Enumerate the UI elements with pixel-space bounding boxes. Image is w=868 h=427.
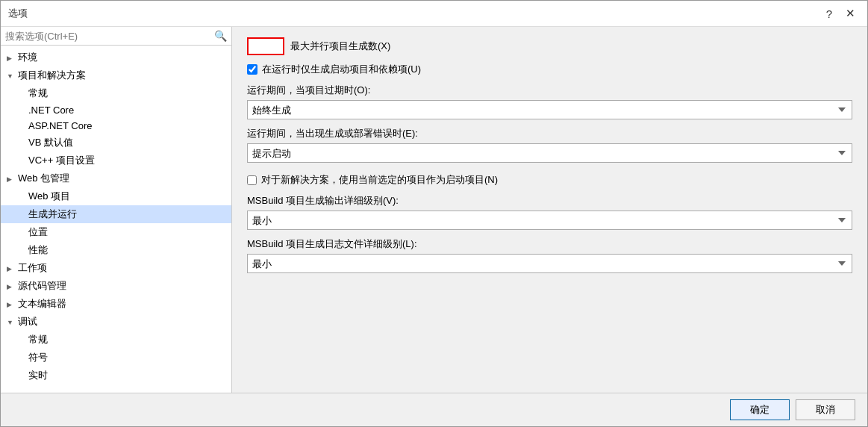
msbuild-verbosity-group: MSBuild 项目生成输出详细级别(V): 最小 正常 详细 诊断 bbox=[247, 194, 852, 230]
tree-item-label-vb: VB 默认值 bbox=[28, 137, 73, 148]
tree-item-env[interactable]: ▶环境 bbox=[1, 49, 231, 66]
tree-item-label-debug-symbol: 符号 bbox=[28, 352, 48, 363]
tree-item-webproj[interactable]: Web 项目 bbox=[1, 187, 231, 205]
left-panel: 🔍 ▶环境▼项目和解决方案常规.NET CoreASP.NET CoreVB 默… bbox=[1, 27, 232, 393]
only-startup-label: 在运行时仅生成启动项目和依赖项(U) bbox=[262, 63, 421, 76]
tree-item-srcctrl[interactable]: ▶源代码管理 bbox=[1, 277, 231, 295]
tree-item-label-perf: 性能 bbox=[28, 244, 48, 255]
tree-item-aspnetcore[interactable]: ASP.NET Core bbox=[1, 118, 231, 134]
tree-item-texteditor[interactable]: ▶文本编辑器 bbox=[1, 295, 231, 313]
on-run-error-label: 运行期间，当出现生成或部署错误时(E): bbox=[247, 127, 852, 140]
tree-item-tasks[interactable]: ▶工作项 bbox=[1, 259, 231, 277]
on-run-expire-group: 运行期间，当项目过期时(O): 始终生成 不生成 提示 bbox=[247, 84, 852, 119]
expand-icon-webpkg: ▶ bbox=[7, 175, 16, 183]
tree-item-label-webpkg: Web 包管理 bbox=[18, 172, 69, 184]
only-startup-checkbox[interactable] bbox=[247, 64, 257, 75]
tree-item-debug-general[interactable]: 常规 bbox=[1, 331, 231, 349]
tree-item-buildrun[interactable]: 生成并运行 bbox=[1, 205, 231, 223]
max-parallel-input[interactable]: 8 bbox=[247, 37, 284, 55]
tree-item-label-srcctrl: 源代码管理 bbox=[18, 280, 66, 291]
new-solution-row: 对于新解决方案，使用当前选定的项目作为启动项目(N) bbox=[247, 173, 852, 187]
max-parallel-row: 8 最大并行项目生成数(X) bbox=[247, 37, 852, 55]
tree-item-vcpp[interactable]: VC++ 项目设置 bbox=[1, 152, 231, 169]
tree-item-label-vcpp: VC++ 项目设置 bbox=[28, 155, 95, 166]
expand-icon-projects: ▼ bbox=[7, 72, 16, 80]
on-run-error-group: 运行期间，当出现生成或部署错误时(E): 提示启动 始终启动 不启动 bbox=[247, 127, 852, 163]
expand-icon-tasks: ▶ bbox=[7, 265, 16, 272]
tree-item-perf[interactable]: 性能 bbox=[1, 241, 231, 259]
tree-item-label-buildrun: 生成并运行 bbox=[28, 208, 77, 219]
tree-item-label-env: 环境 bbox=[18, 52, 37, 63]
ok-button[interactable]: 确定 bbox=[730, 399, 790, 420]
tree-item-projects[interactable]: ▼项目和解决方案 bbox=[1, 66, 231, 84]
on-run-expire-label: 运行期间，当项目过期时(O): bbox=[247, 84, 852, 97]
tree-item-location[interactable]: 位置 bbox=[1, 223, 231, 241]
tree-item-label-webproj: Web 项目 bbox=[28, 190, 70, 202]
title-bar-buttons: ? ✕ bbox=[822, 5, 860, 22]
on-run-error-select[interactable]: 提示启动 始终启动 不启动 bbox=[247, 143, 852, 163]
msbuild-log-select[interactable]: 最小 正常 详细 诊断 bbox=[247, 254, 852, 273]
tree-item-label-debug-general: 常规 bbox=[28, 334, 48, 345]
tree-item-label-location: 位置 bbox=[28, 226, 48, 237]
tree-item-label-general: 常规 bbox=[28, 87, 48, 99]
tree-item-label-debug: 调试 bbox=[18, 316, 37, 327]
tree-item-vb[interactable]: VB 默认值 bbox=[1, 134, 231, 152]
tree-item-general[interactable]: 常规 bbox=[1, 84, 231, 102]
dialog-footer: 确定 取消 bbox=[1, 393, 867, 426]
tree-item-label-tasks: 工作项 bbox=[18, 262, 47, 273]
expand-icon-texteditor: ▶ bbox=[7, 301, 16, 308]
expand-icon-debug: ▼ bbox=[7, 319, 16, 326]
expand-icon-env: ▶ bbox=[7, 54, 16, 62]
tree-item-netcore[interactable]: .NET Core bbox=[1, 102, 231, 118]
dialog-body: 🔍 ▶环境▼项目和解决方案常规.NET CoreASP.NET CoreVB 默… bbox=[1, 27, 867, 393]
msbuild-log-group: MSBuild 项目生成日志文件详细级别(L): 最小 正常 详细 诊断 bbox=[247, 237, 852, 273]
tree-item-debug[interactable]: ▼调试 bbox=[1, 313, 231, 331]
close-button[interactable]: ✕ bbox=[841, 5, 860, 22]
on-run-expire-select[interactable]: 始终生成 不生成 提示 bbox=[247, 100, 852, 119]
help-button[interactable]: ? bbox=[822, 6, 837, 22]
max-parallel-label: 最大并行项目生成数(X) bbox=[290, 40, 390, 53]
expand-icon-srcctrl: ▶ bbox=[7, 283, 16, 290]
tree-item-debug-realtime[interactable]: 实时 bbox=[1, 367, 231, 384]
right-panel: 8 最大并行项目生成数(X) 在运行时仅生成启动项目和依赖项(U) 运行期间，当… bbox=[232, 27, 867, 393]
title-bar: 选项 ? ✕ bbox=[1, 1, 867, 27]
tree-item-label-debug-realtime: 实时 bbox=[28, 370, 48, 381]
new-solution-checkbox[interactable] bbox=[247, 175, 257, 185]
cancel-button[interactable]: 取消 bbox=[796, 399, 855, 420]
msbuild-verbosity-label: MSBuild 项目生成输出详细级别(V): bbox=[247, 194, 852, 208]
msbuild-verbosity-select[interactable]: 最小 正常 详细 诊断 bbox=[247, 211, 852, 230]
new-solution-label: 对于新解决方案，使用当前选定的项目作为启动项目(N) bbox=[261, 173, 498, 187]
search-icon: 🔍 bbox=[214, 30, 227, 42]
tree-item-debug-symbol[interactable]: 符号 bbox=[1, 349, 231, 367]
tree-item-label-texteditor: 文本编辑器 bbox=[18, 298, 66, 309]
msbuild-log-label: MSBuild 项目生成日志文件详细级别(L): bbox=[247, 237, 852, 251]
search-box: 🔍 bbox=[1, 27, 231, 46]
tree-item-label-projects: 项目和解决方案 bbox=[18, 69, 86, 81]
tree-item-webpkg[interactable]: ▶Web 包管理 bbox=[1, 169, 231, 187]
dialog-title: 选项 bbox=[8, 7, 28, 20]
options-dialog: 选项 ? ✕ 🔍 ▶环境▼项目和解决方案常规.NET CoreASP.NET C… bbox=[0, 0, 868, 427]
tree-item-label-aspnetcore: ASP.NET Core bbox=[28, 120, 93, 131]
only-startup-row: 在运行时仅生成启动项目和依赖项(U) bbox=[247, 63, 852, 76]
tree: ▶环境▼项目和解决方案常规.NET CoreASP.NET CoreVB 默认值… bbox=[1, 46, 231, 393]
search-input[interactable] bbox=[5, 31, 211, 42]
tree-item-label-netcore: .NET Core bbox=[28, 105, 74, 116]
